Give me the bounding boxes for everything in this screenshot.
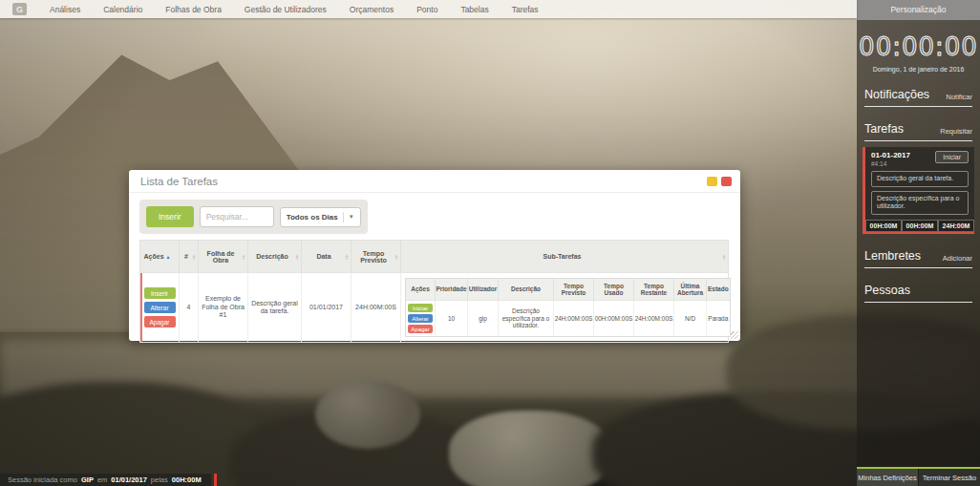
task-card-times: 00H:00M 00H:00M 24H:00M [865,220,974,232]
col-header-sub-tarefas[interactable]: Sub-Tarefas ▲▼ [400,241,728,272]
window-titlebar: Lista de Tarefas [129,170,740,193]
task-card-date: 01-01-2017 [871,151,910,159]
people-section: Pessoas [864,284,972,303]
task-row-worksheet: Exemplo de Folha de Obra #1 [198,273,247,342]
nav-item-analises[interactable]: Análises [38,5,92,14]
search-input[interactable] [200,206,274,227]
task-row-description: Descrição geral da tarefa. [247,273,301,342]
top-navigation-bar: G Análises Calendário Folhas de Obra Ges… [0,0,857,18]
task-row-actions: Inserir Alterar Apagar [140,273,179,342]
row-edit-button[interactable]: Alterar [144,302,176,313]
task-time-total: 24H:00M [938,220,974,232]
tasks-title: Tarefas [864,122,904,136]
col-header-tempo-previsto[interactable]: Tempo Previsto ▲▼ [351,241,400,272]
subtask-row: Iniciar Alterar Apagar 10 gip Descrição … [406,300,730,336]
task-time-elapsed: 00H:00M [902,220,938,232]
tasks-table: Ações ▲ # ▲▼ Folha de Obra ▲▼ Descrição … [139,240,729,343]
subcol-header-acoes[interactable]: Ações [406,279,435,300]
sidebar-header: Personalização [857,0,980,20]
task-start-button[interactable]: Iniciar [935,151,969,163]
session-mid1: em [97,475,107,484]
row-insert-button[interactable]: Inserir [144,287,176,299]
insert-button[interactable]: Inserir [146,206,194,227]
col-header-acoes[interactable]: Ações ▲ [140,241,179,272]
nav-item-gestao-de-utilizadores[interactable]: Gestão de Utilizadores [233,5,338,14]
reminders-section: Lembretes Adicionar [864,249,972,268]
close-button[interactable] [721,177,732,186]
resize-handle[interactable] [731,331,738,339]
col-header-num[interactable]: # ▲▼ [179,241,198,272]
session-mid2: pelas [151,475,168,484]
subtask-expected-time: 24H:00M:00S [553,301,593,336]
my-settings-button[interactable]: Minhas Definições [857,469,918,486]
notifications-section: Notificações Notificar [864,88,972,107]
session-date: 01/01/2017 [111,475,147,484]
session-status-bar: Sessão iniciada como GIP em 01/01/2017 p… [0,474,211,486]
day-filter-dropdown[interactable]: Todos os Dias ▼ [280,207,361,227]
session-prefix: Sessão iniciada como [8,475,77,484]
subtask-actions: Iniciar Alterar Apagar [406,301,435,336]
nav-item-orcamentos[interactable]: Orçamentos [338,5,405,14]
notify-link[interactable]: Notificar [946,93,972,101]
subtask-state: Parada [706,301,730,336]
day-filter-value: Todos os Dias [287,213,338,222]
task-row-num: 4 [179,273,198,342]
subtask-used-time: 00H:00M:00S [593,301,633,336]
subcol-header-tempo-usado[interactable]: Tempo Usado [593,279,633,300]
nav-item-calendario[interactable]: Calendário [92,5,154,14]
window-title: Lista de Tarefas [140,176,218,187]
subtask-remaining-time: 24H:00M:00S [633,301,673,336]
col-header-folha-de-obra[interactable]: Folha de Obra ▲▼ [198,241,247,272]
sidebar-footer: Minhas Definições Terminar Sessão [857,467,980,486]
task-card: 01-01-2017 #4:14 Iniciar Descrição geral… [863,147,974,234]
personalization-sidebar: Personalização 00:00:00 Domingo, 1 de ja… [857,0,980,486]
subtasks-table-header: Ações Prioridade Utilizador Descrição Te… [406,279,730,300]
subtask-description: Descrição específica para o utilizador. [498,301,553,336]
request-task-link[interactable]: Requisitar [940,127,972,136]
status-red-caret [214,474,217,486]
add-reminder-link[interactable]: Adicionar [943,254,972,263]
subtask-priority: 10 [435,301,467,336]
sort-icon: ▲▼ [722,253,726,260]
reminders-title: Lembretes [864,249,921,263]
app-logo: G [12,3,27,15]
sort-icon: ▲▼ [394,253,398,260]
sort-icon: ▲▼ [295,253,299,260]
row-delete-button[interactable]: Apagar [144,316,176,328]
sort-icon: ▲▼ [242,253,245,260]
subcol-header-tempo-restante[interactable]: Tempo Restante [633,279,673,300]
col-header-descricao[interactable]: Descrição ▲▼ [247,241,301,272]
tasks-table-header: Ações ▲ # ▲▼ Folha de Obra ▲▼ Descrição … [140,241,728,272]
subtask-user: gip [467,301,498,336]
nav-item-tabelas[interactable]: Tabelas [449,5,500,14]
subtask-edit-button[interactable]: Alterar [408,314,433,323]
session-user: GIP [81,475,94,484]
nav-item-ponto[interactable]: Ponto [405,5,449,14]
task-list-window: Lista de Tarefas Inserir Todos os Dias ▼… [129,170,740,341]
task-row-subtasks-cell: Ações Prioridade Utilizador Descrição Te… [400,273,735,342]
subcol-header-estado[interactable]: Estado [706,279,730,300]
nav-item-tarefas[interactable]: Tarefas [501,5,550,14]
task-card-ref: #4:14 [871,160,910,167]
end-session-button[interactable]: Terminar Sessão [918,469,980,486]
col-header-data[interactable]: Data ▲▼ [301,241,351,272]
sort-asc-icon: ▲ [166,254,171,260]
subcol-header-prioridade[interactable]: Prioridade [435,279,467,300]
subcol-header-utilizador[interactable]: Utilizador [467,279,498,300]
subcol-header-tempo-previsto[interactable]: Tempo Previsto [553,279,593,300]
task-row-date: 01/01/2017 [301,273,351,342]
task-general-description: Descrição geral da tarefa. [871,171,969,187]
subcol-header-descricao[interactable]: Descrição [498,279,553,300]
task-row: Inserir Alterar Apagar 4 Exemplo de Folh… [140,272,728,342]
session-time: 00H:00M [172,475,202,484]
current-date: Domingo, 1 de janeiro de 2016 [857,66,980,73]
session-status-wrap: Sessão iniciada como GIP em 01/01/2017 p… [0,474,217,486]
minimize-button[interactable] [707,177,717,186]
task-time-used: 00H:00M [865,220,902,232]
subtask-delete-button[interactable]: Apagar [408,325,433,333]
table-toolbar: Inserir Todos os Dias ▼ [139,200,368,234]
subtask-start-button[interactable]: Iniciar [408,304,433,312]
sort-icon: ▲▼ [345,253,349,260]
nav-item-folhas-de-obra[interactable]: Folhas de Obra [154,5,233,14]
subcol-header-ultima-abertura[interactable]: Última Abertura [673,279,706,300]
